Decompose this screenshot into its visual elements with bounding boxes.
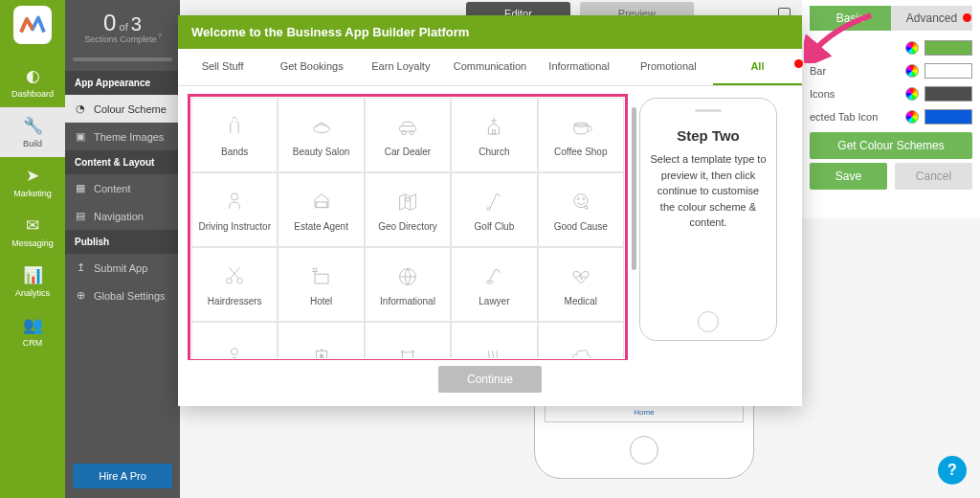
progress: 0 of 3 Sections Complete (65, 0, 180, 52)
tab-get-bookings[interactable]: Get Bookings (267, 49, 356, 85)
prop-row: Bar (810, 63, 972, 79)
get-colour-schemes-button[interactable]: Get Colour Schemes (810, 132, 972, 159)
template-item[interactable] (365, 322, 451, 358)
template-item[interactable] (451, 322, 537, 358)
wizard-modal: Welcome to the Business App Builder Plat… (178, 15, 802, 406)
color-wheel-icon[interactable] (905, 87, 919, 101)
progress-bar (73, 57, 172, 61)
annotation-dot (794, 59, 803, 68)
step-description: Select a template type to preview it, th… (650, 151, 767, 231)
template-beauty-salon[interactable]: Beauty Salon (278, 98, 364, 172)
modal-tabs: Sell Stuff Get Bookings Earn Loyalty Com… (178, 49, 802, 86)
continue-button[interactable]: Continue (438, 366, 542, 393)
template-coffee-shop[interactable]: Coffee Shop (538, 98, 624, 172)
template-medical[interactable]: Medical (538, 247, 624, 322)
item-theme-images[interactable]: ▣Theme Images (65, 123, 180, 150)
template-grid[interactable]: Bands Beauty Salon Car Dealer Church Cof… (191, 98, 624, 358)
image-icon: ▣ (75, 130, 86, 143)
svg-point-17 (315, 267, 316, 268)
svg-point-9 (487, 207, 490, 210)
chat-icon: ✉ (0, 215, 65, 236)
rail-dashboard[interactable]: ◐Dashboard (0, 57, 65, 107)
color-wheel-icon[interactable] (905, 41, 919, 55)
tab-promotional[interactable]: Promotional (624, 49, 713, 85)
prop-row: Icons (810, 86, 972, 102)
color-swatch[interactable] (924, 40, 972, 56)
template-church[interactable]: Church (451, 98, 537, 172)
template-hotel[interactable]: Hotel (278, 247, 364, 322)
svg-rect-4 (493, 129, 496, 133)
svg-rect-15 (315, 274, 328, 283)
template-hairdressers[interactable]: Hairdressers (191, 247, 278, 322)
section-appearance: App Appearance (65, 71, 180, 95)
item-submit-app[interactable]: ↥Submit App (65, 254, 180, 282)
color-swatch[interactable] (924, 86, 972, 102)
template-informational[interactable]: Informational (365, 247, 451, 322)
svg-point-8 (406, 197, 410, 201)
rail-crm[interactable]: 👥CRM (0, 306, 65, 356)
color-wheel-icon[interactable] (905, 64, 919, 78)
template-lawyer[interactable]: Lawyer (451, 247, 537, 322)
tab-earn-loyalty[interactable]: Earn Loyalty (356, 49, 445, 85)
svg-text:a: a (320, 352, 323, 358)
rocket-icon: ➤ (0, 166, 65, 186)
template-car-dealer[interactable]: Car Dealer (365, 98, 451, 172)
palette-icon: ◔ (75, 102, 86, 115)
svg-point-13 (227, 278, 233, 283)
section-publish: Publish (65, 230, 180, 254)
template-driving-instructor[interactable]: Driving Instructor (191, 172, 278, 247)
template-bands[interactable]: Bands (191, 98, 278, 172)
item-colour-scheme[interactable]: ◔Colour Scheme (65, 95, 180, 123)
template-good-cause[interactable]: Good Cause (538, 172, 624, 247)
svg-point-20 (232, 349, 238, 355)
template-estate-agent[interactable]: Estate Agent (278, 172, 364, 247)
phone-frame: Step Two Select a template type to previ… (639, 98, 777, 341)
rail-analytics[interactable]: 📊Analytics (0, 257, 65, 306)
annotation-dot (963, 13, 971, 22)
template-geo-directory[interactable]: Geo Directory (365, 172, 451, 247)
scrollbar[interactable] (632, 107, 636, 270)
prop-row: ected Tab Icon (810, 109, 972, 124)
item-global-settings[interactable]: ⊕Global Settings (65, 282, 180, 309)
left-rail: ◐Dashboard 🔧Build ➤Marketing ✉Messaging … (0, 0, 65, 498)
template-grid-wrap: Bands Beauty Salon Car Dealer Church Cof… (191, 98, 624, 352)
template-item[interactable] (191, 322, 278, 358)
color-swatch[interactable] (924, 109, 972, 124)
cancel-button[interactable]: Cancel (895, 163, 972, 190)
svg-point-19 (487, 281, 494, 283)
item-content[interactable]: ▦Content (65, 174, 180, 202)
svg-rect-1 (400, 125, 416, 131)
svg-point-0 (313, 124, 329, 132)
phone-preview-pane: Step Two Select a template type to previ… (639, 98, 777, 352)
svg-point-16 (312, 267, 313, 268)
people-icon: 👥 (0, 315, 65, 335)
color-wheel-icon[interactable] (905, 110, 919, 124)
wrench-icon: 🔧 (0, 116, 65, 136)
layout-icon: ▦ (75, 182, 86, 194)
svg-point-6 (232, 192, 238, 199)
chart-icon: 📊 (0, 265, 65, 285)
template-item[interactable] (538, 322, 624, 358)
modal-title: Welcome to the Business App Builder Plat… (178, 15, 802, 49)
rail-messaging[interactable]: ✉Messaging (0, 207, 65, 257)
hire-a-pro-button[interactable]: Hire A Pro (73, 464, 172, 488)
step-title: Step Two (677, 127, 740, 144)
rail-marketing[interactable]: ➤Marketing (0, 157, 65, 207)
color-swatch[interactable] (924, 63, 972, 79)
help-button[interactable]: ? (938, 456, 967, 485)
item-navigation[interactable]: ▤Navigation (65, 202, 180, 230)
save-button[interactable]: Save (810, 163, 887, 190)
side-panel: 0 of 3 Sections Complete App Appearance … (65, 0, 180, 498)
svg-point-11 (577, 197, 579, 199)
rail-build[interactable]: 🔧Build (0, 107, 65, 157)
template-item[interactable]: a (278, 322, 364, 358)
tab-informational[interactable]: Informational (535, 49, 624, 85)
tab-all[interactable]: All (713, 49, 802, 85)
tab-advanced[interactable]: Advanced (891, 6, 972, 31)
svg-rect-7 (316, 202, 326, 208)
tab-communication[interactable]: Communication (445, 49, 534, 85)
template-golf-club[interactable]: Golf Club (451, 172, 537, 247)
globe-icon: ⊕ (75, 289, 86, 302)
tab-sell-stuff[interactable]: Sell Stuff (178, 49, 267, 85)
svg-point-12 (583, 197, 585, 199)
